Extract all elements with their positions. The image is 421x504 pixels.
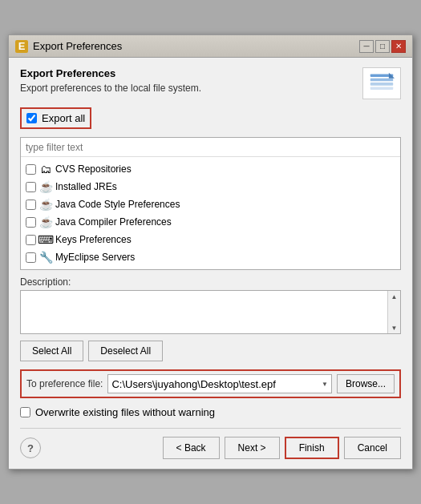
deselect-all-button[interactable]: Deselect All	[88, 341, 163, 361]
jres-label: Installed JREs	[55, 181, 117, 192]
java-compiler-checkbox[interactable]	[26, 217, 36, 228]
export-all-label[interactable]: Export all	[42, 112, 85, 124]
list-item: ⌨ Keys Preferences	[21, 231, 400, 248]
tree-area: 🗂 CVS Repositories ☕ Installed JREs ☕ Ja…	[20, 137, 401, 270]
overwrite-checkbox[interactable]	[20, 407, 30, 417]
java-compiler-icon: ☕	[39, 216, 52, 228]
cancel-button[interactable]: Cancel	[344, 437, 401, 459]
overwrite-row: Overwrite existing files without warning	[20, 406, 401, 418]
jres-checkbox[interactable]	[26, 182, 36, 192]
svg-rect-4	[370, 83, 393, 86]
export-all-row: Export all	[20, 107, 91, 129]
myeclipse-checkbox[interactable]	[26, 252, 36, 263]
dialog-title: Export Preferences	[20, 67, 356, 79]
description-scrollbar[interactable]: ▲ ▼	[387, 291, 400, 333]
filter-input[interactable]	[21, 138, 400, 157]
list-item: ☕ Java Code Style Preferences	[21, 196, 400, 213]
minimize-button[interactable]: ─	[359, 40, 374, 53]
keys-icon: ⌨	[39, 233, 52, 246]
svg-text:E: E	[18, 41, 26, 52]
scroll-down-arrow[interactable]: ▼	[389, 322, 400, 333]
footer-left: ?	[20, 437, 41, 458]
header-section: Export Preferences Export preferences to…	[20, 67, 401, 99]
footer-divider	[20, 428, 401, 429]
file-combo[interactable]: C:\Users\juyahong\Desktop\test.epf ▼	[107, 374, 332, 393]
window-title: Export Preferences	[33, 40, 122, 52]
java-code-label: Java Code Style Preferences	[55, 199, 180, 210]
list-item: 🗂 CVS Repositories	[21, 160, 400, 178]
next-button[interactable]: Next >	[225, 437, 280, 459]
list-item: 🔧 MyEclipse Servers	[21, 248, 400, 266]
jres-icon: ☕	[39, 180, 52, 193]
cvs-checkbox[interactable]	[26, 164, 36, 175]
cvs-icon: 🗂	[39, 163, 52, 175]
combo-arrow-icon: ▼	[322, 381, 328, 388]
list-item: ☕ Installed JREs	[21, 178, 400, 196]
select-all-button[interactable]: Select All	[20, 341, 83, 361]
keys-checkbox[interactable]	[26, 235, 36, 245]
title-bar: E Export Preferences ─ □ ✕	[9, 35, 412, 58]
window-controls: ─ □ ✕	[359, 40, 406, 53]
title-bar-left: E Export Preferences	[15, 40, 122, 53]
myeclipse-label: MyEclipse Servers	[55, 252, 135, 263]
export-preferences-window: E Export Preferences ─ □ ✕ Export Prefer…	[8, 34, 413, 470]
file-row-label: To preference file:	[26, 378, 103, 389]
dialog-subtitle: Export preferences to the local file sys…	[20, 83, 356, 94]
browse-button[interactable]: Browse...	[337, 374, 395, 393]
dialog-content: Export Preferences Export preferences to…	[9, 58, 412, 469]
list-item: ☕ Java Compiler Preferences	[21, 213, 400, 231]
selection-buttons-row: Select All Deselect All	[20, 341, 401, 361]
file-path-value: C:\Users\juyahong\Desktop\test.epf	[111, 378, 276, 390]
description-label: Description:	[20, 276, 401, 288]
help-button[interactable]: ?	[20, 437, 41, 458]
header-icon	[362, 67, 401, 99]
java-compiler-label: Java Compiler Preferences	[55, 216, 172, 228]
back-button[interactable]: < Back	[163, 437, 220, 459]
overwrite-label[interactable]: Overwrite existing files without warning	[35, 406, 215, 418]
svg-rect-5	[370, 87, 393, 90]
close-button[interactable]: ✕	[391, 40, 406, 53]
window-icon: E	[15, 40, 28, 53]
cvs-label: CVS Repositories	[55, 163, 132, 175]
java-code-checkbox[interactable]	[26, 200, 36, 210]
scroll-up-arrow[interactable]: ▲	[389, 291, 400, 302]
file-row: To preference file: C:\Users\juyahong\De…	[20, 369, 401, 398]
footer-row: ? < Back Next > Finish Cancel	[20, 437, 401, 459]
footer-right: < Back Next > Finish Cancel	[163, 437, 401, 459]
description-box: ▲ ▼	[20, 290, 401, 334]
finish-button[interactable]: Finish	[285, 437, 339, 459]
maximize-button[interactable]: □	[375, 40, 390, 53]
svg-rect-3	[370, 79, 393, 82]
export-all-checkbox[interactable]	[26, 113, 37, 123]
java-code-icon: ☕	[39, 198, 52, 211]
tree-items-list: 🗂 CVS Repositories ☕ Installed JREs ☕ Ja…	[21, 157, 400, 269]
keys-label: Keys Preferences	[55, 234, 132, 245]
header-text: Export Preferences Export preferences to…	[20, 67, 356, 94]
myeclipse-icon: 🔧	[39, 251, 52, 264]
description-section: Description: ▲ ▼	[20, 276, 401, 334]
